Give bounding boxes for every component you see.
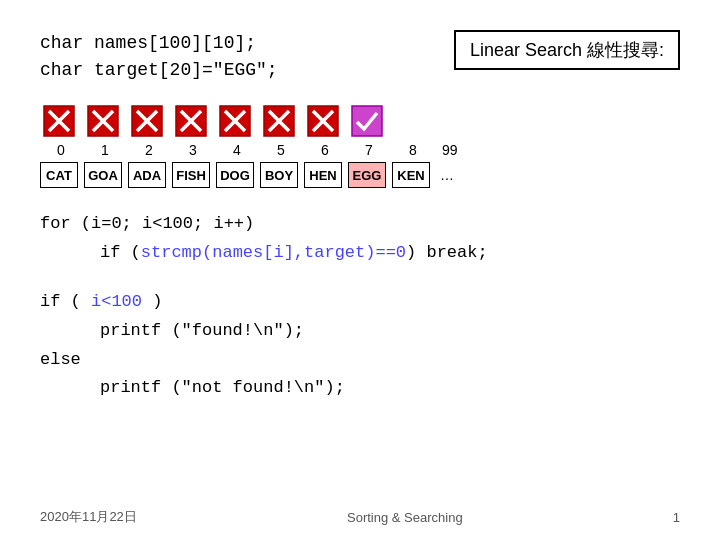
decl-line1: char names[100][10];: [40, 30, 278, 57]
decl-line2: char target[20]="EGG";: [40, 57, 278, 84]
table-cell-6: HEN: [304, 162, 342, 188]
code1-line1: for (i=0; i<100; i++): [40, 210, 680, 239]
table-cell-5: BOY: [260, 162, 298, 188]
table-cell-4: DOG: [216, 162, 254, 188]
table-cell-3: FISH: [172, 162, 210, 188]
footer: 2020年11月22日 Sorting & Searching 1: [40, 508, 680, 526]
footer-date: 2020年11月22日: [40, 508, 137, 526]
check-icon-7: [348, 102, 386, 140]
index-dots: 99: [442, 142, 458, 158]
indices-row: 0 1 2 3 4 5 6 7 8 99: [40, 142, 680, 158]
index-3: 3: [174, 142, 212, 158]
x-icon-4: [216, 102, 254, 140]
code-declarations: char names[100][10]; char target[20]="EG…: [40, 30, 278, 84]
code-section-2: if ( i<100 ) printf ("found!\n"); else p…: [40, 288, 680, 404]
title-block: char names[100][10]; char target[20]="EG…: [40, 30, 680, 84]
index-6: 6: [306, 142, 344, 158]
x-icon-3: [172, 102, 210, 140]
x-icon-2: [128, 102, 166, 140]
table-cell-7-highlight: EGG: [348, 162, 386, 188]
table-cell-1: GOA: [84, 162, 122, 188]
table-cell-2: ADA: [128, 162, 166, 188]
x-icon-1: [84, 102, 122, 140]
slide: char names[100][10]; char target[20]="EG…: [0, 0, 720, 540]
footer-page: 1: [673, 510, 680, 525]
table-dots: …: [440, 167, 454, 183]
index-5: 5: [262, 142, 300, 158]
index-1: 1: [86, 142, 124, 158]
svg-rect-21: [352, 106, 382, 136]
code-section-1: for (i=0; i<100; i++) if (strcmp(names[i…: [40, 210, 680, 268]
code2-line1: if ( i<100 ): [40, 288, 680, 317]
table-cell-0: CAT: [40, 162, 78, 188]
table-cells-row: CAT GOA ADA FISH DOG BOY HEN EGG KEN …: [40, 162, 680, 188]
x-icon-0: [40, 102, 78, 140]
code1-line2: if (strcmp(names[i],target)==0) break;: [100, 239, 680, 268]
index-2: 2: [130, 142, 168, 158]
index-4: 4: [218, 142, 256, 158]
code2-line3: else: [40, 346, 680, 375]
code2-line4: printf ("not found!\n");: [100, 374, 680, 403]
icons-row: [40, 102, 680, 140]
strcmp-call: strcmp(names[i],target)==0: [141, 243, 406, 262]
x-icon-5: [260, 102, 298, 140]
slide-title: Linear Search 線性搜尋:: [454, 30, 680, 70]
table-cell-8: KEN: [392, 162, 430, 188]
index-0: 0: [42, 142, 80, 158]
index-8: 8: [394, 142, 432, 158]
footer-subject: Sorting & Searching: [347, 510, 463, 525]
i-lt-100: i<100: [91, 292, 142, 311]
code2-line2: printf ("found!\n");: [100, 317, 680, 346]
x-icon-6: [304, 102, 342, 140]
index-7: 7: [350, 142, 388, 158]
array-visualization: 0 1 2 3 4 5 6 7 8 99 CAT GOA ADA FISH DO…: [40, 102, 680, 188]
